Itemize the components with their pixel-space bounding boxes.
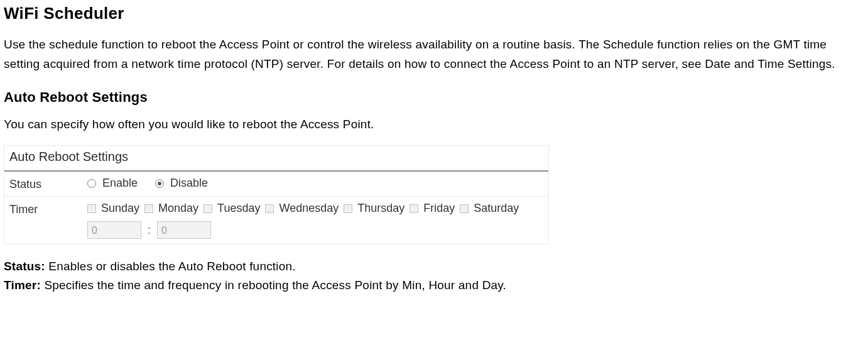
day-thursday: Thursday — [357, 202, 404, 215]
timer-time-row: 0 : 0 — [87, 221, 543, 239]
day-monday: Monday — [158, 202, 198, 215]
timer-days: Sunday Monday Tuesday Wednesday Thursday… — [87, 202, 543, 215]
status-row: Status Enable Disable — [4, 172, 548, 197]
status-radio-group: Enable Disable — [87, 177, 543, 190]
auto-reboot-settings-panel: Auto Reboot Settings Status Enable Disab… — [4, 145, 549, 245]
checkbox-wednesday[interactable] — [265, 204, 274, 213]
day-tuesday: Tuesday — [217, 202, 260, 215]
def-status-text: Enables or disables the Auto Reboot func… — [45, 260, 296, 273]
time-separator: : — [148, 224, 151, 237]
section-title-auto-reboot: Auto Reboot Settings — [4, 89, 864, 106]
day-wednesday: Wednesday — [279, 202, 339, 215]
timer-label: Timer — [9, 202, 87, 216]
checkbox-friday[interactable] — [410, 204, 418, 213]
checkbox-saturday[interactable] — [460, 204, 469, 213]
day-friday: Friday — [423, 202, 455, 215]
radio-disable-label: Disable — [170, 177, 208, 190]
panel-title: Auto Reboot Settings — [4, 146, 548, 172]
timer-row: Timer Sunday Monday Tuesday Wednesday Th… — [4, 197, 548, 244]
page-title: WiFi Scheduler — [4, 4, 864, 23]
timer-hour-input[interactable]: 0 — [87, 221, 141, 239]
intro-paragraph: Use the schedule function to reboot the … — [4, 35, 864, 74]
checkbox-sunday[interactable] — [87, 204, 96, 213]
definitions: Status: Enables or disables the Auto Reb… — [4, 257, 864, 295]
checkbox-monday[interactable] — [144, 204, 153, 213]
section-desc-auto-reboot: You can specify how often you would like… — [4, 114, 864, 134]
radio-enable-label: Enable — [102, 177, 138, 190]
def-status-term: Status: — [4, 260, 45, 273]
timer-content: Sunday Monday Tuesday Wednesday Thursday… — [87, 202, 543, 239]
timer-minute-input[interactable]: 0 — [157, 221, 211, 239]
day-saturday: Saturday — [474, 202, 519, 215]
radio-disable[interactable] — [155, 179, 164, 188]
radio-enable[interactable] — [87, 179, 96, 188]
checkbox-thursday[interactable] — [344, 204, 352, 213]
def-timer-term: Timer: — [4, 278, 41, 292]
status-label: Status — [9, 177, 87, 191]
day-sunday: Sunday — [101, 202, 139, 215]
checkbox-tuesday[interactable] — [203, 204, 212, 213]
def-timer-text: Specifies the time and frequency in rebo… — [41, 278, 506, 292]
